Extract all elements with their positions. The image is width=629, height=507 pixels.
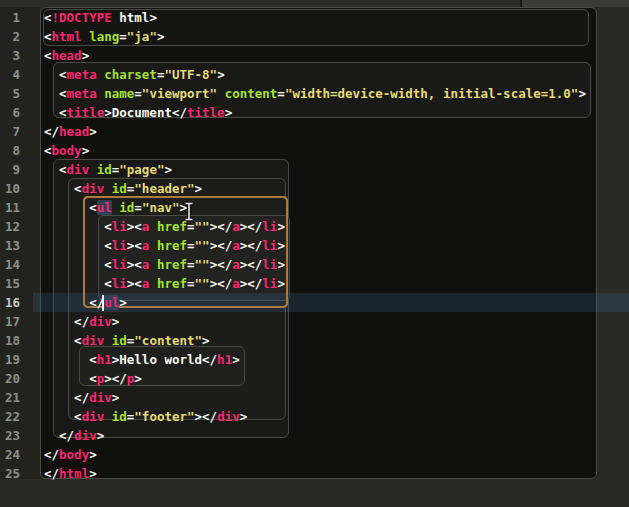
token: </ xyxy=(44,447,59,462)
token: < xyxy=(44,409,82,424)
token: </ xyxy=(44,314,89,329)
code-line-text[interactable]: <div id="page"> xyxy=(44,160,172,179)
token: id xyxy=(97,162,112,177)
code-line-text[interactable]: <html lang="ja"> xyxy=(44,27,164,46)
code-line[interactable]: 4 <meta charset="UTF-8"> xyxy=(0,65,629,84)
code-line[interactable]: 22 <div id="footer"></div> xyxy=(0,407,629,426)
code-line[interactable]: 12 <li><a href=""></a></li> xyxy=(0,217,629,236)
code-line[interactable]: 9 <div id="page"> xyxy=(0,160,629,179)
code-line[interactable]: 14 <li><a href=""></a></li> xyxy=(0,255,629,274)
code-line[interactable]: 20 <p></p> xyxy=(0,369,629,388)
code-line[interactable]: 7</head> xyxy=(0,122,629,141)
code-line-text[interactable]: <ul id="nav"> xyxy=(44,198,187,217)
token: li xyxy=(112,257,127,272)
token: >Hello world</ xyxy=(112,352,217,367)
code-line-text[interactable]: <p></p> xyxy=(44,369,142,388)
line-number: 8 xyxy=(0,141,20,160)
token: < xyxy=(44,257,112,272)
code-line[interactable]: 6 <title>Document</title> xyxy=(0,103,629,122)
code-line[interactable]: 11 <ul id="nav"> xyxy=(0,198,629,217)
token xyxy=(104,333,112,348)
token xyxy=(217,86,225,101)
token: < xyxy=(44,219,112,234)
code-line[interactable]: 21 </div> xyxy=(0,388,629,407)
code-line-text[interactable]: </div> xyxy=(44,426,104,445)
token: = xyxy=(134,86,142,101)
token: > xyxy=(157,29,165,44)
code-line-text[interactable]: <li><a href=""></a></li> xyxy=(44,255,285,274)
token: meta xyxy=(67,67,97,82)
code-line[interactable]: 15 <li><a href=""></a></li> xyxy=(0,274,629,293)
code-line-text[interactable]: </ul> xyxy=(44,293,127,312)
code-line-text[interactable]: </head> xyxy=(44,122,97,141)
line-number: 17 xyxy=(0,312,20,331)
token xyxy=(149,257,157,272)
code-line[interactable]: 18 <div id="content"> xyxy=(0,331,629,350)
token: html xyxy=(59,466,89,481)
token: li xyxy=(262,276,277,291)
code-line-text[interactable]: <body> xyxy=(44,141,89,160)
code-line-text[interactable]: <head> xyxy=(44,46,89,65)
token xyxy=(149,219,157,234)
token: > xyxy=(164,162,172,177)
token: ></ xyxy=(210,238,233,253)
token: h1 xyxy=(97,352,112,367)
code-line[interactable]: 17 </div> xyxy=(0,312,629,331)
token: = xyxy=(277,86,285,101)
code-line-text[interactable]: </div> xyxy=(44,312,119,331)
code-line[interactable]: 5 <meta name="viewport" content="width=d… xyxy=(0,84,629,103)
code-line[interactable]: 3<head> xyxy=(0,46,629,65)
token: lang xyxy=(89,29,119,44)
token: head xyxy=(59,124,89,139)
code-line[interactable]: 8<body> xyxy=(0,141,629,160)
token: < xyxy=(44,29,52,44)
token: > xyxy=(277,238,285,253)
code-line-text[interactable]: <title>Document</title> xyxy=(44,103,232,122)
code-area[interactable]: 1<!DOCTYPE html>2<html lang="ja">3<head>… xyxy=(0,8,629,483)
code-line-text[interactable]: <!DOCTYPE html> xyxy=(44,8,157,27)
token: ></ xyxy=(210,257,233,272)
code-line-text[interactable]: </body> xyxy=(44,445,97,464)
code-line-text[interactable]: </html> xyxy=(44,464,97,483)
token: < xyxy=(44,105,67,120)
token: >< xyxy=(127,238,142,253)
code-line[interactable]: 16 </ul> xyxy=(0,293,629,312)
token: !DOCTYPE xyxy=(52,10,112,25)
token: >Document</ xyxy=(104,105,187,120)
code-line[interactable]: 25</html> xyxy=(0,464,629,483)
token: > xyxy=(277,219,285,234)
code-line-text[interactable]: </div> xyxy=(44,388,119,407)
code-line[interactable]: 1<!DOCTYPE html> xyxy=(0,8,629,27)
line-number: 3 xyxy=(0,46,20,65)
token: body xyxy=(52,143,82,158)
code-line-text[interactable]: <li><a href=""></a></li> xyxy=(44,274,285,293)
token: < xyxy=(44,238,112,253)
code-line[interactable]: 13 <li><a href=""></a></li> xyxy=(0,236,629,255)
token: div xyxy=(82,409,105,424)
token: "" xyxy=(195,238,210,253)
code-line-text[interactable]: <div id="header"> xyxy=(44,179,202,198)
code-line[interactable]: 10 <div id="header"> xyxy=(0,179,629,198)
code-line-text[interactable]: <h1>Hello world</h1> xyxy=(44,350,240,369)
token xyxy=(149,238,157,253)
code-line[interactable]: 2<html lang="ja"> xyxy=(0,27,629,46)
line-number: 18 xyxy=(0,331,20,350)
token: > xyxy=(232,352,240,367)
token: < xyxy=(44,181,82,196)
token xyxy=(89,162,97,177)
token: div xyxy=(74,428,97,443)
line-number: 2 xyxy=(0,27,20,46)
code-line-text[interactable]: <meta name="viewport" content="width=dev… xyxy=(44,84,586,103)
code-line-text[interactable]: <meta charset="UTF-8"> xyxy=(44,65,225,84)
code-line[interactable]: 19 <h1>Hello world</h1> xyxy=(0,350,629,369)
code-line-text[interactable]: <div id="footer"></div> xyxy=(44,407,247,426)
code-line[interactable]: 24</body> xyxy=(0,445,629,464)
token: "" xyxy=(195,276,210,291)
code-line-text[interactable]: <div id="content"> xyxy=(44,331,210,350)
code-line-text[interactable]: <li><a href=""></a></li> xyxy=(44,217,285,236)
token: "UTF-8" xyxy=(164,67,217,82)
token: > xyxy=(195,181,203,196)
code-line[interactable]: 23 </div> xyxy=(0,426,629,445)
code-line-text[interactable]: <li><a href=""></a></li> xyxy=(44,236,285,255)
token: >< xyxy=(127,276,142,291)
